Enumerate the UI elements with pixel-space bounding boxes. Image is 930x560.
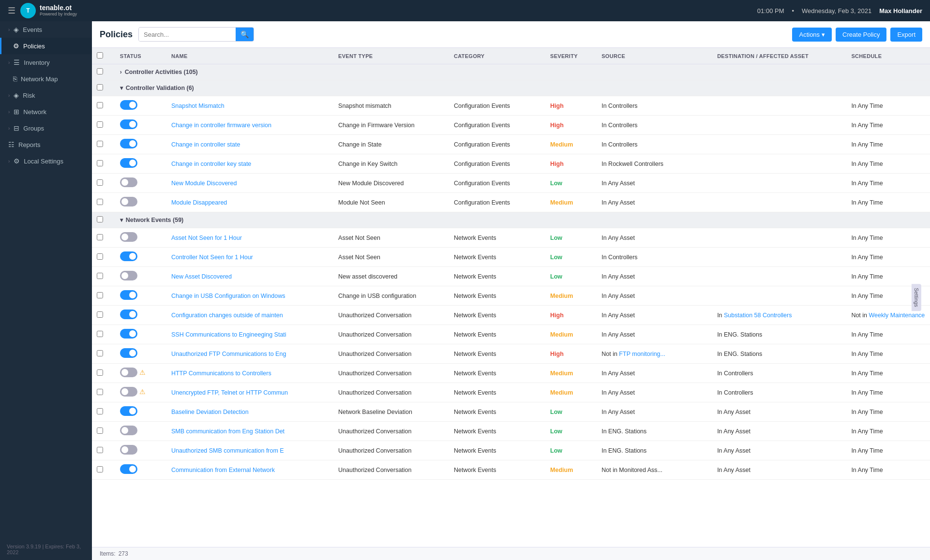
toggle-slider[interactable]: [120, 309, 137, 319]
row-checkbox[interactable]: [97, 408, 103, 414]
select-all-checkbox[interactable]: [97, 52, 103, 59]
toggle-switch[interactable]: [120, 232, 137, 242]
hamburger-menu[interactable]: ☰: [8, 5, 15, 16]
toggle-slider[interactable]: [120, 100, 137, 110]
toggle-slider[interactable]: [120, 139, 137, 148]
row-checkbox[interactable]: [97, 292, 103, 298]
toggle-switch[interactable]: [120, 197, 137, 206]
group-header-row[interactable]: › Controller Activities (105): [92, 64, 930, 80]
sidebar-item-risk[interactable]: › ◈ Risk: [0, 87, 92, 103]
sidebar-item-network-map[interactable]: ⎘ Network Map: [0, 71, 92, 87]
toggle-slider[interactable]: [120, 158, 137, 168]
policy-name-link[interactable]: SSH Communications to Engineeging Stati: [171, 331, 286, 338]
create-policy-button[interactable]: Create Policy: [836, 28, 886, 42]
toggle-switch[interactable]: [120, 406, 137, 416]
toggle-switch[interactable]: [120, 368, 137, 377]
group-checkbox[interactable]: [97, 84, 103, 90]
toggle-slider[interactable]: [120, 271, 137, 280]
toggle-slider[interactable]: [120, 329, 137, 339]
select-all-header[interactable]: [92, 48, 115, 64]
policy-name-link[interactable]: Change in controller firmware version: [171, 122, 271, 129]
row-checkbox[interactable]: [97, 160, 103, 166]
group-header-row[interactable]: ▾ Controller Validation (6): [92, 80, 930, 96]
row-checkbox[interactable]: [97, 311, 103, 318]
policy-name-link[interactable]: Configuration changes outside of mainten: [171, 312, 283, 319]
collapse-icon[interactable]: ▾: [120, 217, 123, 223]
policy-name-link[interactable]: New Asset Discovered: [171, 273, 232, 280]
toggle-switch[interactable]: [120, 251, 137, 261]
group-header-row[interactable]: ▾ Network Events (59): [92, 212, 930, 228]
row-checkbox[interactable]: [97, 369, 103, 376]
policy-name-link[interactable]: Unencrypted FTP, Telnet or HTTP Commun: [171, 389, 288, 396]
row-checkbox[interactable]: [97, 273, 103, 279]
sidebar-item-local-settings[interactable]: › ⚙ Local Settings: [0, 153, 92, 169]
row-checkbox[interactable]: [97, 121, 103, 128]
policy-name-link[interactable]: Baseline Deviation Detection: [171, 409, 249, 415]
collapse-icon[interactable]: ▾: [120, 85, 123, 91]
sidebar-item-events[interactable]: › ◈ Events: [0, 21, 92, 38]
row-checkbox[interactable]: [97, 253, 103, 260]
policy-name-link[interactable]: Change in controller key state: [171, 161, 251, 167]
row-checkbox[interactable]: [97, 350, 103, 356]
toggle-slider[interactable]: [120, 348, 137, 358]
sidebar-item-groups[interactable]: › ⊟ Groups: [0, 120, 92, 136]
row-checkbox[interactable]: [97, 447, 103, 453]
row-checkbox[interactable]: [97, 141, 103, 147]
row-checkbox[interactable]: [97, 179, 103, 186]
toggle-slider[interactable]: [120, 426, 137, 435]
policy-name-link[interactable]: Unauthorized FTP Communications to Eng: [171, 351, 286, 357]
settings-tab[interactable]: Settings: [912, 284, 921, 311]
toggle-slider[interactable]: [120, 119, 137, 129]
toggle-switch[interactable]: [120, 271, 137, 280]
toggle-switch[interactable]: [120, 139, 137, 148]
export-button[interactable]: Export: [890, 28, 922, 42]
policy-name-link[interactable]: HTTP Communications to Controllers: [171, 370, 271, 377]
toggle-switch[interactable]: [120, 445, 137, 455]
row-checkbox[interactable]: [97, 466, 103, 472]
policy-name-link[interactable]: Communication from External Network: [171, 467, 275, 473]
destination-link[interactable]: Substation 58 Controllers: [724, 312, 792, 319]
toggle-switch[interactable]: [120, 158, 137, 168]
row-checkbox[interactable]: [97, 389, 103, 395]
toggle-slider[interactable]: [120, 232, 137, 242]
policy-name-link[interactable]: Controller Not Seen for 1 Hour: [171, 254, 253, 261]
actions-button[interactable]: Actions ▾: [792, 28, 832, 42]
toggle-warn[interactable]: ⚠: [120, 368, 146, 377]
sidebar-item-policies[interactable]: ⚙ Policies: [0, 38, 92, 54]
sidebar-item-network[interactable]: › ⊞ Network: [0, 103, 92, 120]
search-button[interactable]: 🔍: [236, 28, 254, 41]
expand-icon[interactable]: ›: [120, 69, 122, 75]
toggle-slider[interactable]: [120, 290, 137, 300]
source-link[interactable]: FTP monitoring...: [619, 351, 665, 357]
group-checkbox[interactable]: [97, 68, 103, 74]
toggle-slider[interactable]: [120, 406, 137, 416]
toggle-slider[interactable]: [120, 464, 137, 474]
row-checkbox[interactable]: [97, 234, 103, 240]
toggle-switch[interactable]: [120, 309, 137, 319]
toggle-switch[interactable]: [120, 387, 137, 397]
schedule-link[interactable]: Weekly Maintenance: [869, 312, 925, 319]
toggle-slider[interactable]: [120, 197, 137, 206]
toggle-switch[interactable]: [120, 290, 137, 300]
toggle-switch[interactable]: [120, 100, 137, 110]
row-checkbox[interactable]: [97, 102, 103, 108]
toggle-switch[interactable]: [120, 329, 137, 339]
toggle-switch[interactable]: [120, 119, 137, 129]
policy-name-link[interactable]: New Module Discovered: [171, 180, 237, 187]
policy-name-link[interactable]: Asset Not Seen for 1 Hour: [171, 235, 242, 241]
toggle-switch[interactable]: [120, 348, 137, 358]
search-input[interactable]: [139, 28, 236, 41]
policy-name-link[interactable]: Unauthorized SMB communication from E: [171, 447, 284, 454]
toggle-switch[interactable]: [120, 426, 137, 435]
sidebar-item-reports[interactable]: ☷ Reports: [0, 136, 92, 153]
row-checkbox[interactable]: [97, 427, 103, 434]
sidebar-item-inventory[interactable]: › ☰ Inventory: [0, 54, 92, 71]
toggle-warn[interactable]: ⚠: [120, 387, 146, 397]
policy-name-link[interactable]: Snapshot Mismatch: [171, 103, 225, 109]
toggle-slider[interactable]: [120, 445, 137, 455]
toggle-switch[interactable]: [120, 464, 137, 474]
row-checkbox[interactable]: [97, 199, 103, 205]
toggle-slider[interactable]: [120, 177, 137, 187]
row-checkbox[interactable]: [97, 331, 103, 337]
toggle-slider[interactable]: [120, 251, 137, 261]
